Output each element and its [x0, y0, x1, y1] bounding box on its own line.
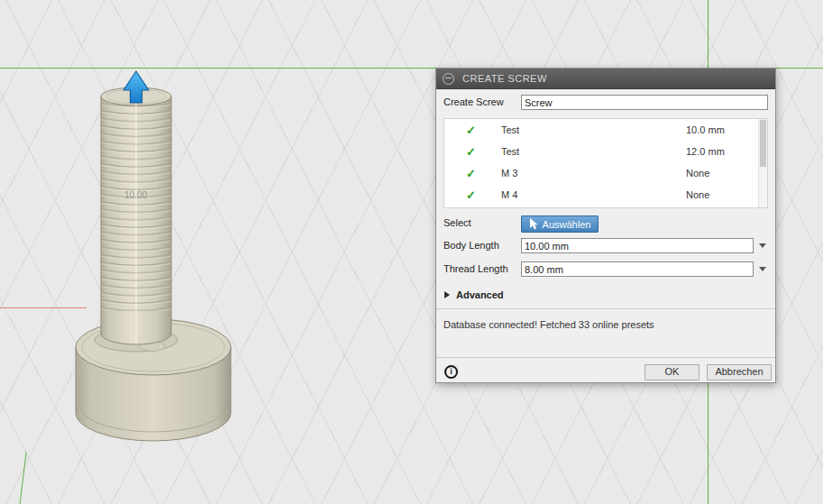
preset-size: 12.0 mm	[686, 146, 767, 157]
name-row: Create Screw	[444, 95, 768, 110]
dialog-footer: i OK Abbrechen	[444, 363, 772, 381]
preset-row[interactable]: ✓ Test 12.0 mm	[444, 141, 767, 162]
select-label: Select	[444, 215, 471, 231]
divider	[436, 308, 775, 309]
preset-name: Test	[501, 146, 686, 157]
select-button[interactable]: Auswählen	[521, 215, 599, 233]
check-icon: ✓	[466, 124, 501, 137]
cursor-icon	[529, 218, 538, 230]
collapse-dialog-icon[interactable]	[443, 73, 454, 85]
body-length-dropdown-icon[interactable]	[759, 243, 766, 248]
advanced-toggle[interactable]: Advanced	[444, 289, 768, 301]
dimension-label: 10.00	[124, 190, 147, 200]
select-button-label: Auswählen	[543, 219, 591, 230]
ok-button[interactable]: OK	[645, 364, 700, 380]
status-text: Database connected! Fetched 33 online pr…	[444, 319, 654, 330]
body-length-label: Body Length	[444, 238, 499, 253]
preset-name: M 3	[501, 168, 686, 179]
select-row: Select Auswählen	[444, 215, 768, 233]
preset-row[interactable]: ✓ M 4 None	[444, 184, 767, 206]
thread-length-row: Thread Length	[444, 261, 768, 277]
cancel-button[interactable]: Abbrechen	[707, 364, 772, 380]
dialog-title-bar[interactable]: CREATE SCREW	[436, 69, 775, 89]
thread-length-label: Thread Length	[444, 261, 508, 277]
thread-length-input[interactable]	[521, 261, 754, 277]
body-length-input[interactable]	[521, 238, 754, 253]
preset-size: None	[686, 168, 767, 179]
create-screw-dialog: CREATE SCREW Create Screw ✓ Test 10.0 mm…	[435, 68, 776, 383]
screw-model[interactable]: 10.00	[76, 81, 231, 441]
body-length-row: Body Length	[444, 238, 768, 253]
preset-size: 10.0 mm	[686, 124, 767, 135]
list-scrollbar[interactable]	[758, 119, 767, 207]
advanced-label: Advanced	[456, 289, 504, 300]
check-icon: ✓	[466, 167, 501, 180]
check-icon: ✓	[466, 145, 501, 159]
preset-size: None	[686, 189, 767, 200]
status-row: Database connected! Fetched 33 online pr…	[444, 319, 768, 332]
scrollbar-thumb[interactable]	[760, 120, 766, 167]
info-icon[interactable]: i	[444, 365, 458, 379]
preset-row[interactable]: ✓ Test 10.0 mm	[444, 119, 767, 141]
divider	[436, 357, 775, 358]
preset-list: ✓ Test 10.0 mm ✓ Test 12.0 mm ✓ M 3 None…	[444, 118, 768, 208]
preset-name: Test	[501, 124, 686, 135]
thread-length-dropdown-icon[interactable]	[759, 267, 766, 271]
name-label: Create Screw	[444, 95, 504, 110]
screw-name-input[interactable]	[521, 95, 768, 110]
check-icon: ✓	[466, 188, 501, 202]
preset-row[interactable]: ✓ M 3 None	[444, 162, 767, 184]
dialog-title: CREATE SCREW	[462, 73, 547, 84]
preset-name: M 4	[501, 189, 686, 200]
expand-arrow-icon	[444, 291, 450, 298]
